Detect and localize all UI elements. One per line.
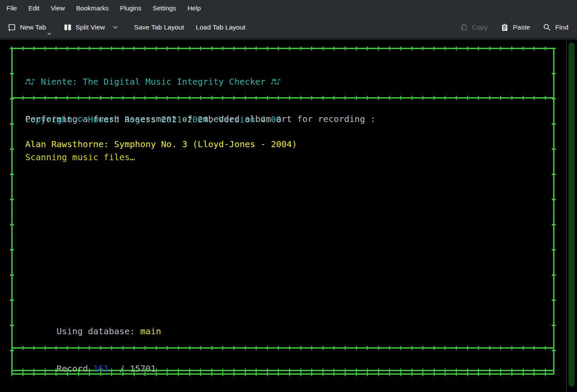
save-tab-layout-label: Save Tab Layout — [134, 23, 184, 31]
menu-settings[interactable]: Settings — [147, 0, 182, 16]
toolbar-right-group: Copy Paste — [447, 23, 568, 32]
load-tab-layout-label: Load Tab Layout — [196, 23, 245, 31]
menu-file[interactable]: File — [1, 0, 23, 16]
menu-plugins[interactable]: Plugins — [114, 0, 147, 16]
copy-label: Copy — [472, 23, 488, 31]
database-label: Using database: — [56, 326, 140, 336]
scrollbar-track-separator — [566, 40, 567, 392]
toolbar: New Tab Split View Save Tab Layout Load … — [0, 16, 577, 38]
split-view-dropdown-chevron-icon[interactable] — [112, 26, 118, 29]
search-icon — [543, 23, 551, 32]
scan-status-line: Scanning music files… — [25, 151, 281, 164]
database-name: main — [140, 326, 161, 336]
recording-title-line: Alan Rawsthorne: Symphony No. 3 (Lloyd-J… — [25, 138, 297, 151]
menu-help[interactable]: Help — [182, 0, 207, 16]
split-view-icon — [64, 23, 72, 31]
paste-icon — [501, 23, 509, 32]
new-tab-button[interactable]: New Tab — [8, 23, 46, 32]
menu-bar: File Edit View Bookmarks Plugins Setting… — [0, 0, 577, 16]
assessment-line: Performing a fresh assessment of embedde… — [25, 113, 376, 125]
record-label: Record — [56, 363, 93, 374]
scrollbar-thumb[interactable] — [569, 43, 574, 386]
save-tab-layout-button[interactable]: Save Tab Layout — [134, 23, 184, 31]
menu-edit[interactable]: Edit — [23, 0, 45, 16]
find-button[interactable]: Find — [543, 23, 568, 32]
split-view-button[interactable]: Split View — [64, 23, 118, 31]
tui-border-left — [11, 48, 13, 375]
record-separator: / — [109, 363, 130, 374]
tui-border-right — [553, 48, 554, 375]
new-tab-dropdown-chevron-icon[interactable] — [47, 33, 51, 35]
record-total: 15701 — [130, 363, 156, 374]
paste-button[interactable]: Paste — [501, 23, 530, 32]
menu-view[interactable]: View — [45, 0, 70, 16]
new-tab-icon — [8, 23, 16, 32]
paste-label: Paste — [513, 23, 530, 31]
menu-bookmarks[interactable]: Bookmarks — [70, 0, 114, 16]
database-line: Using database: main — [25, 313, 161, 350]
load-tab-layout-button[interactable]: Load Tab Layout — [196, 23, 245, 31]
konsole-window: File Edit View Bookmarks Plugins Setting… — [0, 0, 577, 392]
copy-icon — [460, 23, 468, 32]
copy-button[interactable]: Copy — [460, 23, 488, 32]
record-number: 161 — [93, 363, 109, 374]
terminal-viewport[interactable]: ♬♪ Niente: The Digital Music Integrity C… — [0, 40, 577, 392]
tui-border-top — [11, 48, 554, 49]
new-tab-label: New Tab — [20, 23, 46, 31]
record-progress-line: Record 161 / 15701 — [25, 350, 156, 388]
app-title-line: ♬♪ Niente: The Digital Music Integrity C… — [25, 76, 281, 88]
split-view-label: Split View — [76, 23, 105, 31]
find-label: Find — [555, 23, 568, 31]
